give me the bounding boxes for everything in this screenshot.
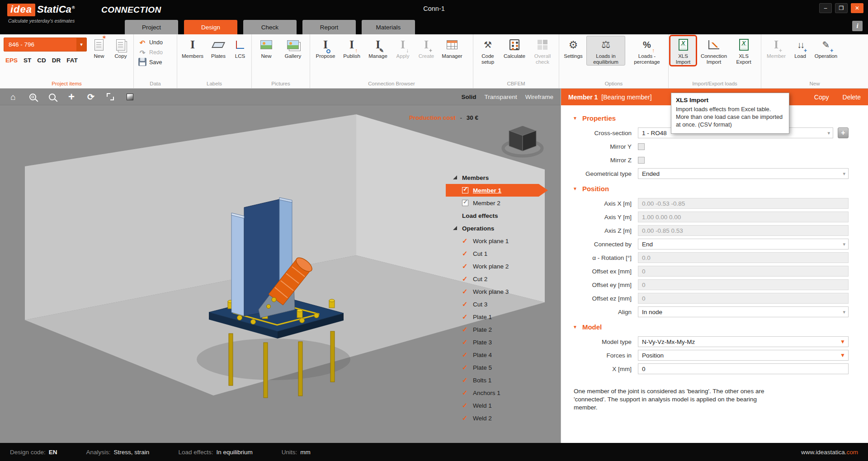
display-mode-wireframe[interactable]: Wireframe <box>525 94 553 100</box>
tree-header-load-effects[interactable]: Load effects <box>452 209 549 222</box>
section-model[interactable]: ▼ Model <box>561 319 868 335</box>
pan-icon: + <box>68 91 75 102</box>
chevron-down-icon: ▼ <box>840 339 845 345</box>
member-2-checkbox[interactable]: ✓ <box>462 200 468 206</box>
calculate-button[interactable]: Calculate <box>501 36 528 60</box>
tree-expand-icon[interactable] <box>452 225 458 231</box>
mirror-z-checkbox[interactable] <box>638 157 645 164</box>
new-load-button[interactable]: ↓↓+ Load <box>789 36 811 60</box>
tree-item-work-plane-3[interactable]: ✓Work plane 3 <box>452 285 549 298</box>
tree-item-plate-5[interactable]: ✓Plate 5 <box>452 361 549 374</box>
copy-project-item-button[interactable]: Copy <box>110 36 131 60</box>
tree-header-operations[interactable]: Operations <box>452 222 549 235</box>
tree-item-anchors-1[interactable]: ✓Anchors 1 <box>452 386 549 399</box>
section-collapse-icon[interactable]: ▼ <box>573 325 577 329</box>
home-icon: ⌂ <box>10 93 15 101</box>
tab-report[interactable]: Report <box>302 20 356 34</box>
project-item-selector[interactable]: 846 - 796 ▾ <box>4 38 87 52</box>
home-view-button[interactable]: ⌂ <box>7 91 19 103</box>
connected-by-select[interactable]: End ▾ <box>638 239 849 249</box>
overall-check-icon <box>538 40 547 50</box>
member-1-checkbox[interactable]: ✓ <box>462 187 468 193</box>
badge-cd[interactable]: CD <box>37 57 46 64</box>
labels-members-button[interactable]: I Members <box>179 36 206 60</box>
mirror-y-checkbox[interactable] <box>638 143 645 150</box>
manage-button[interactable]: I✎ Manage <box>365 36 391 60</box>
propose-button[interactable]: I Propose <box>313 36 338 60</box>
maximize-button[interactable]: ❐ <box>835 3 848 13</box>
delete-member-button[interactable]: Delete <box>843 94 861 101</box>
settings-button[interactable]: ⚙ Settings <box>561 36 585 60</box>
labels-plates-button[interactable]: Plates <box>207 36 230 60</box>
align-select[interactable]: In node ▾ <box>638 306 849 317</box>
fit-view-button[interactable] <box>104 91 116 103</box>
info-button[interactable]: i <box>852 21 863 31</box>
3d-viewport[interactable]: ⌂ + ⟳ Solid Transparent Wireframe <box>0 89 561 443</box>
tree-item-cut-2[interactable]: ✓Cut 2 <box>452 273 549 285</box>
new-operation-button[interactable]: ✎+ Operation <box>812 36 840 60</box>
tree-item-plate-3[interactable]: ✓Plate 3 <box>452 336 549 348</box>
undo-button[interactable]: ↶ Undo <box>134 38 177 47</box>
loads-percentage-button[interactable]: %↑ Loads - percentage <box>627 36 667 66</box>
tree-item-member-1[interactable]: ✓ Member 1 <box>452 184 549 197</box>
save-button[interactable]: Save <box>134 57 177 67</box>
badge-st[interactable]: ST <box>24 57 31 64</box>
badge-fat[interactable]: FAT <box>66 57 78 64</box>
tree-header-members[interactable]: Members <box>452 171 549 184</box>
website-link[interactable]: www.ideastatica.com <box>801 449 858 456</box>
solid-view-button[interactable] <box>124 91 136 103</box>
tree-item-weld-1[interactable]: ✓Weld 1 <box>452 399 549 412</box>
tab-project[interactable]: Project <box>125 20 178 34</box>
main-tabs: Project Design Check Report Materials <box>125 20 415 34</box>
labels-lcs-button[interactable]: LCS <box>231 36 250 60</box>
connection-import-button[interactable]: Connection Import <box>698 36 729 66</box>
section-collapse-icon[interactable]: ▼ <box>573 186 577 191</box>
tree-item-plate-1[interactable]: ✓Plate 1 <box>452 310 549 323</box>
tree-item-member-2[interactable]: ✓ Member 2 <box>452 197 549 209</box>
close-button[interactable]: ✕ <box>851 3 863 13</box>
code-setup-button[interactable]: ⚒ Code setup <box>475 36 500 66</box>
pan-button[interactable]: + <box>66 91 77 103</box>
tree-item-weld-2[interactable]: ✓Weld 2 <box>452 412 549 424</box>
copy-member-button[interactable]: Copy <box>814 94 829 101</box>
badge-eps[interactable]: EPS <box>5 57 18 64</box>
section-collapse-icon[interactable]: ▼ <box>573 116 577 121</box>
tree-item-cut-3[interactable]: ✓Cut 3 <box>452 298 549 310</box>
tree-item-work-plane-2[interactable]: ✓Work plane 2 <box>452 260 549 273</box>
tab-check[interactable]: Check <box>243 20 297 34</box>
xls-export-button[interactable]: X XLS Export <box>730 36 757 66</box>
geometrical-type-select[interactable]: Ended ▾ <box>638 168 849 179</box>
tree-item-cut-1[interactable]: ✓Cut 1 <box>452 247 549 260</box>
picture-new-button[interactable]: New <box>255 36 278 60</box>
tab-materials[interactable]: Materials <box>362 20 415 34</box>
display-mode-transparent[interactable]: Transparent <box>484 94 517 100</box>
manager-button[interactable]: Manager <box>439 36 466 60</box>
add-cross-section-button[interactable]: + <box>838 127 849 138</box>
loads-in-equilibrium-toggle[interactable]: ⚖ Loads in equilibrium <box>586 36 625 66</box>
display-mode-solid[interactable]: Solid <box>461 94 476 100</box>
new-project-item-button[interactable]: ✶ New <box>89 36 109 60</box>
navigation-cube[interactable] <box>497 122 548 162</box>
picture-gallery-button[interactable]: Gallery <box>280 36 306 60</box>
tree-item-plate-2[interactable]: ✓Plate 2 <box>452 323 549 336</box>
section-position[interactable]: ▼ Position <box>561 180 868 197</box>
rotation-row: α - Rotation [°] 0.0 <box>561 251 868 264</box>
forces-in-select[interactable]: Position ▼ <box>638 350 849 361</box>
model-type-select[interactable]: N-Vy-Vz-Mx-My-Mz ▼ <box>638 336 849 347</box>
x-mm-input[interactable]: 0 <box>638 363 849 374</box>
rotate-view-button[interactable]: ⟳ <box>85 91 97 103</box>
tab-design[interactable]: Design <box>184 20 237 34</box>
copy-icon <box>116 39 125 51</box>
zoom-window-button[interactable] <box>27 91 38 103</box>
chart-icon <box>708 40 719 49</box>
xls-import-button[interactable]: X XLS Import <box>670 36 696 66</box>
tree-item-work-plane-1[interactable]: ✓Work plane 1 <box>452 235 549 247</box>
tree-expand-icon[interactable] <box>452 174 458 181</box>
tree-item-bolts-1[interactable]: ✓Bolts 1 <box>452 374 549 386</box>
tools-icon: ⚒ <box>484 40 492 49</box>
badge-dr[interactable]: DR <box>52 57 61 64</box>
zoom-button[interactable] <box>46 91 58 103</box>
minimize-button[interactable]: – <box>819 3 832 13</box>
publish-button[interactable]: I↑ Publish <box>339 36 364 60</box>
tree-item-plate-4[interactable]: ✓Plate 4 <box>452 348 549 361</box>
